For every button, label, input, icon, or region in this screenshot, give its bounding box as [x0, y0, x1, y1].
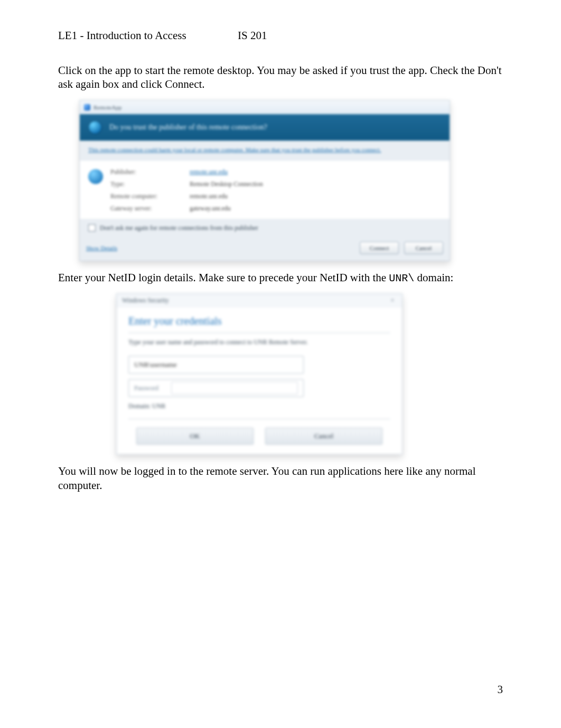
row-key-publisher: Publisher: [110, 168, 184, 176]
credentials-buttons: OK Cancel [128, 419, 390, 445]
close-icon[interactable]: × [388, 297, 397, 305]
shield-icon [88, 121, 102, 134]
trust-dialog-subtext-span: This remote connection could harm your l… [88, 146, 381, 153]
credentials-body: Enter your credentials Type your user na… [117, 308, 402, 455]
dont-ask-again-row[interactable]: Don't ask me again for remote connection… [80, 219, 450, 237]
cancel-button[interactable]: Cancel [404, 242, 443, 254]
show-details-link[interactable]: Show Details [86, 245, 117, 251]
page-number: 3 [498, 683, 503, 696]
divider [128, 333, 390, 333]
trust-dialog-titlebar: RemoteApp [80, 100, 450, 114]
row-val-publisher: remote.unr.edu [190, 168, 263, 176]
trust-dialog: RemoteApp Do you trust the publisher of … [79, 100, 450, 261]
cancel-button-2[interactable]: Cancel [265, 428, 382, 445]
connect-button[interactable]: Connect [360, 242, 399, 254]
trust-dialog-subtext: This remote connection could harm your l… [80, 141, 450, 161]
p2-part-a: Enter your NetID login details. Make sur… [58, 271, 389, 284]
remote-desktop-icon [88, 169, 103, 184]
instruction-paragraph-3: You will now be logged in to the remote … [58, 464, 503, 492]
credentials-title: Windows Security [122, 297, 169, 305]
password-field[interactable]: Password [128, 379, 304, 397]
p2-part-c: domain: [414, 271, 453, 284]
row-val-gateway: gateway.unr.edu [190, 205, 263, 213]
credentials-titlebar: Windows Security × [117, 294, 402, 308]
username-value: UNR\username [134, 361, 177, 369]
credentials-heading: Enter your credentials [128, 315, 390, 327]
trust-dialog-banner-text: Do you trust the publisher of this remot… [109, 123, 267, 132]
trust-dialog-footer: Show Details Connect Cancel [80, 237, 450, 261]
row-val-type: Remote Desktop Connection [190, 180, 263, 188]
header-title-right: IS 201 [238, 29, 322, 42]
row-key-type: Type: [110, 180, 184, 188]
document-page: LE1 - Introduction to Access IS 201 Clic… [0, 0, 561, 728]
trust-dialog-banner: Do you trust the publisher of this remot… [80, 114, 450, 141]
header-title-left: LE1 - Introduction to Access [58, 29, 238, 42]
instruction-paragraph-1: Click on the app to start the remote des… [58, 63, 503, 91]
credentials-dialog: Windows Security × Enter your credential… [116, 293, 403, 455]
credentials-subtext: Type your user name and password to conn… [128, 338, 390, 347]
p2-domain-mono: UNR\ [389, 272, 414, 284]
page-header: LE1 - Introduction to Access IS 201 [58, 29, 503, 42]
trust-dialog-title: RemoteApp [94, 104, 121, 110]
row-val-computer: remote.unr.edu [190, 192, 263, 200]
checkbox-icon[interactable] [88, 224, 96, 232]
password-input-box[interactable] [171, 382, 298, 394]
connection-details-table: Publisher: remote.unr.edu Type: Remote D… [110, 168, 263, 213]
row-key-computer: Remote computer: [110, 192, 184, 200]
password-label: Password [134, 384, 171, 392]
instruction-paragraph-2: Enter your NetID login details. Make sur… [58, 271, 503, 285]
dont-ask-again-label: Don't ask me again for remote connection… [100, 224, 258, 232]
trust-dialog-body: Publisher: remote.unr.edu Type: Remote D… [80, 161, 450, 219]
domain-label: Domain: UNR [128, 402, 390, 410]
ok-button[interactable]: OK [136, 428, 254, 445]
username-field[interactable]: UNR\username [128, 356, 304, 374]
row-key-gateway: Gateway server: [110, 205, 184, 213]
app-icon [84, 104, 90, 110]
